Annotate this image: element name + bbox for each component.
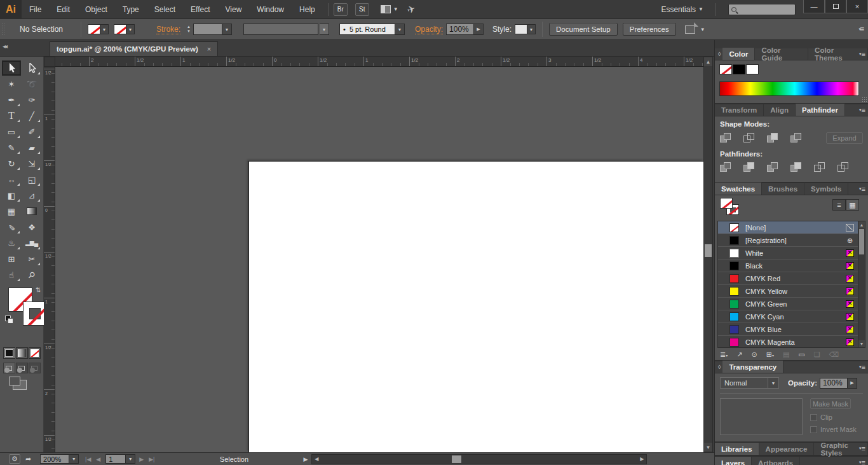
pencil-tool[interactable]: ✎ xyxy=(2,140,21,155)
stroke-weight-dropdown[interactable]: ▼ xyxy=(222,24,232,35)
fill-color-dropdown[interactable]: ▼ xyxy=(88,24,109,34)
scale-tool[interactable]: ⇲ xyxy=(22,156,41,171)
stroke-weight-field[interactable] xyxy=(193,24,222,35)
workspace-switcher[interactable]: Essentials ▼ xyxy=(654,5,710,14)
grid-view-button[interactable]: ▦ xyxy=(846,199,859,211)
share-icon[interactable]: ➦ xyxy=(25,455,31,463)
bridge-button[interactable]: Br xyxy=(334,3,348,16)
canvas[interactable] xyxy=(55,67,703,452)
align-options-icon[interactable] xyxy=(685,25,695,34)
tab-align[interactable]: Align xyxy=(764,104,796,116)
artboard-number-dropdown[interactable]: ▼ xyxy=(126,454,135,464)
hand-tool[interactable]: ☝ xyxy=(2,267,21,282)
crop-button[interactable] xyxy=(790,162,803,172)
menu-effect[interactable]: Effect xyxy=(183,0,217,19)
color-none-proxy[interactable] xyxy=(719,64,732,74)
minus-front-button[interactable] xyxy=(743,133,756,143)
divide-button[interactable] xyxy=(720,162,733,172)
symbol-sprayer-tool[interactable]: ♨ xyxy=(2,235,21,251)
swatch-row-cmyk-blue[interactable]: CMYK Blue xyxy=(718,323,858,336)
swatches-fill-proxy[interactable] xyxy=(720,198,733,209)
type-tool[interactable]: T xyxy=(2,108,21,123)
vertical-ruler[interactable]: 1/2 1 1/2 0 1/2 1 1/2 2 1/2 xyxy=(44,67,55,452)
tab-color-guide[interactable]: Color Guide xyxy=(755,48,808,60)
draw-normal-button[interactable] xyxy=(3,363,15,373)
new-swatch-icon[interactable]: ❏ xyxy=(814,350,820,359)
last-artboard-button[interactable]: ▶| xyxy=(149,456,154,462)
control-bar-grip[interactable] xyxy=(1,22,6,36)
swatch-row-registration[interactable]: [Registration] ⊕ xyxy=(718,234,858,247)
delete-swatch-icon[interactable]: ⌫ xyxy=(829,350,839,359)
free-transform-tool[interactable]: ◱ xyxy=(22,172,41,187)
invert-mask-checkbox[interactable] xyxy=(810,426,817,433)
default-fill-stroke-icon[interactable] xyxy=(5,316,13,324)
menu-select[interactable]: Select xyxy=(147,0,183,19)
tab-swatches[interactable]: Swatches xyxy=(715,183,762,195)
column-graph-tool[interactable]: ▂▆▄ xyxy=(22,235,41,251)
eyedropper-tool[interactable]: ✎ xyxy=(2,219,21,235)
gradient-tool[interactable] xyxy=(22,204,41,219)
clip-checkbox-row[interactable]: Clip xyxy=(810,413,857,421)
library-folder-icon[interactable]: ⊙ xyxy=(751,350,757,359)
scroll-right-icon[interactable]: ▶ xyxy=(637,455,646,464)
color-spectrum-bar[interactable] xyxy=(719,81,859,96)
mesh-tool[interactable]: ▦ xyxy=(2,204,21,219)
brush-definition-dropdown[interactable]: • 5 pt. Round xyxy=(339,24,395,35)
draw-behind-button[interactable] xyxy=(16,363,28,373)
scroll-up-icon[interactable]: ▲ xyxy=(858,221,865,228)
draw-inside-button[interactable] xyxy=(29,363,41,373)
artboard-tool[interactable]: ⊞ xyxy=(2,251,21,267)
next-artboard-button[interactable]: ▶ xyxy=(139,456,144,462)
expand-button[interactable]: Expand xyxy=(826,132,863,144)
paintbrush-tool[interactable]: ✐ xyxy=(22,124,41,139)
tab-brushes[interactable]: Brushes xyxy=(762,183,804,195)
invert-mask-checkbox-row[interactable]: Invert Mask xyxy=(810,426,857,433)
sync-settings-icon[interactable]: ⚙ xyxy=(9,454,20,464)
arrange-documents-button[interactable]: ▼ xyxy=(381,5,398,13)
menu-help[interactable]: Help xyxy=(292,0,323,19)
new-color-group-icon[interactable]: ▭ xyxy=(798,350,804,359)
list-view-button[interactable]: ≡ xyxy=(832,199,846,211)
brush-definition-arrow[interactable]: ▼ xyxy=(395,24,405,35)
tab-transform[interactable]: Transform xyxy=(715,104,764,116)
transparency-opacity-arrow[interactable]: ▶ xyxy=(848,378,857,389)
opacity-label[interactable]: Opacity: xyxy=(415,25,443,34)
color-white-proxy[interactable] xyxy=(746,64,759,74)
merge-button[interactable] xyxy=(767,162,780,172)
swatch-row-black[interactable]: Black xyxy=(718,260,858,272)
pen-tool[interactable]: ✒ xyxy=(2,92,21,108)
opacity-arrow[interactable]: ▶ xyxy=(474,24,484,35)
screen-mode-button[interactable] xyxy=(13,380,27,390)
zoom-level-dropdown[interactable]: ▼ xyxy=(69,454,79,464)
line-segment-tool[interactable]: ╱ xyxy=(22,108,41,123)
artboard[interactable] xyxy=(248,161,703,452)
variable-width-profile-dropdown[interactable] xyxy=(243,24,318,35)
panel-menu-icon[interactable]: ▾≡ xyxy=(859,106,865,114)
slice-tool[interactable]: ✂ xyxy=(22,251,41,267)
gpu-performance-icon[interactable]: ✈ xyxy=(405,3,417,16)
tab-appearance[interactable]: Appearance xyxy=(759,443,815,455)
tab-color[interactable]: Color xyxy=(722,48,755,60)
chevron-down-icon[interactable]: ▼ xyxy=(320,24,329,35)
close-document-icon[interactable]: × xyxy=(207,45,211,53)
swatch-row-cmyk-magenta[interactable]: CMYK Magenta xyxy=(718,336,858,349)
curvature-tool[interactable]: ✑ xyxy=(22,92,41,108)
swatch-row-cmyk-yellow[interactable]: CMYK Yellow xyxy=(718,285,858,298)
exclude-button[interactable] xyxy=(790,133,803,143)
previous-artboard-button[interactable]: ◀ xyxy=(96,456,100,462)
panel-menu-icon[interactable]: ▾≡ xyxy=(859,50,865,58)
menu-window[interactable]: Window xyxy=(249,0,292,19)
unite-button[interactable] xyxy=(720,133,733,143)
menu-edit[interactable]: Edit xyxy=(49,0,78,19)
document-tab[interactable]: topgun.ai* @ 200% (CMYK/GPU Preview) × xyxy=(50,41,218,56)
swap-fill-stroke-icon[interactable]: ⇄ xyxy=(35,287,42,292)
none-button[interactable] xyxy=(29,347,41,359)
swatch-row-white[interactable]: White xyxy=(718,247,858,260)
swatch-kinds-menu-icon[interactable]: ⊞▾ xyxy=(766,350,774,359)
rectangle-tool[interactable]: ▭ xyxy=(2,124,21,139)
selection-tool[interactable] xyxy=(2,60,21,76)
menu-file[interactable]: File xyxy=(22,0,49,19)
intersect-button[interactable] xyxy=(767,133,780,143)
document-setup-button[interactable]: Document Setup xyxy=(549,23,618,36)
scroll-left-icon[interactable]: ◀ xyxy=(312,455,321,464)
